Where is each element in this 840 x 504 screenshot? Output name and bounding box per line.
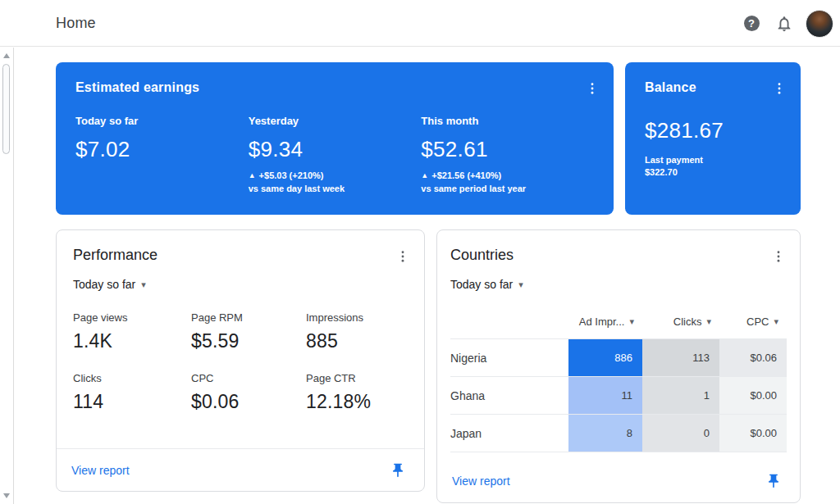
earnings-month-delta-text: +$21.56 (+410%) <box>431 170 501 180</box>
metric-impressions: Impressions 885 <box>306 311 408 352</box>
earnings-yesterday-delta-text: +$5.03 (+210%) <box>259 170 324 180</box>
earnings-yesterday-value: $9.34 <box>249 137 422 162</box>
heatmap-cell-clicks: 113 <box>642 339 719 376</box>
chevron-down-icon: ▾ <box>141 280 146 289</box>
table-row: Ghana 11 1 $0.00 <box>450 377 787 415</box>
earnings-columns: Today so far $7.02 Yesterday $9.34 ▲ +$5… <box>75 115 594 193</box>
left-scrollbar <box>0 48 14 504</box>
scrollbar-thumb[interactable] <box>2 64 10 154</box>
metric-value: 114 <box>73 391 191 413</box>
column-header-cpc[interactable]: CPC ▾ <box>719 316 787 328</box>
heatmap-cell-cpc: $0.00 <box>719 377 787 414</box>
metric-clicks: Clicks 114 <box>73 372 191 413</box>
chevron-down-icon: ▾ <box>518 280 523 289</box>
metric-label: Page CTR <box>306 372 408 384</box>
countries-pin-button[interactable] <box>762 470 785 493</box>
metric-label: CPC <box>191 372 306 384</box>
metric-value: $0.06 <box>191 391 306 413</box>
sort-caret-icon: ▾ <box>629 317 634 326</box>
performance-metrics-grid: Page views 1.4K Page RPM $5.59 Impressio… <box>73 311 408 433</box>
countries-menu-button[interactable] <box>767 245 790 268</box>
earnings-yesterday-column: Yesterday $9.34 ▲ +$5.03 (+210%) vs same… <box>249 115 422 193</box>
performance-date-filter[interactable]: Today so far ▾ <box>73 278 146 291</box>
countries-card: Countries Today so far ▾ Ad Impr... ▾ <box>436 229 801 503</box>
heatmap-cell-ad-impressions: 886 <box>568 339 642 376</box>
help-button[interactable]: ? <box>740 12 763 35</box>
table-row: Japan 8 0 $0.00 <box>450 415 787 452</box>
heatmap-cell-clicks: 0 <box>642 415 719 452</box>
performance-menu-button[interactable] <box>391 245 414 268</box>
page-title: Home <box>56 15 96 32</box>
countries-date-filter-label: Today so far <box>450 278 513 291</box>
summary-cards-row: Estimated earnings Today so far $7.02 Ye… <box>56 62 801 215</box>
kebab-icon <box>771 249 786 264</box>
earnings-month-label: This month <box>421 115 594 127</box>
metric-label: Page RPM <box>191 311 306 324</box>
sort-caret-icon: ▾ <box>774 317 778 326</box>
earnings-today-column: Today so far $7.02 <box>75 115 249 193</box>
countries-date-filter[interactable]: Today so far ▾ <box>450 278 523 291</box>
kebab-icon <box>585 81 600 96</box>
table-row: Nigeria 886 113 $0.06 <box>450 339 787 377</box>
heatmap-cell-cpc: $0.06 <box>719 339 787 376</box>
heatmap-cell-ad-impressions: 8 <box>568 415 642 452</box>
performance-view-report-link[interactable]: View report <box>71 464 130 477</box>
countries-table: Ad Impr... ▾ Clicks ▾ CPC ▾ Nigeria 886 <box>450 305 787 452</box>
earnings-yesterday-delta: ▲ +$5.03 (+210%) <box>249 170 422 180</box>
metric-value: 885 <box>306 330 408 352</box>
metric-page-ctr: Page CTR 12.18% <box>306 372 408 413</box>
scroll-down-arrow-icon[interactable] <box>3 493 10 498</box>
last-payment-label: Last payment <box>645 155 781 165</box>
country-name: Nigeria <box>450 339 568 376</box>
metric-value: 1.4K <box>73 330 191 352</box>
earnings-month-value: $52.61 <box>421 137 594 162</box>
bell-icon <box>775 15 793 33</box>
detail-cards-row: Performance Today so far ▾ Page views 1.… <box>56 229 801 503</box>
metric-cpc: CPC $0.06 <box>191 372 306 413</box>
earnings-today-label: Today so far <box>75 115 249 127</box>
pushpin-icon <box>390 462 406 479</box>
earnings-yesterday-compare: vs same day last week <box>249 184 422 193</box>
estimated-earnings-menu-button[interactable] <box>581 77 604 100</box>
sort-caret-icon: ▾ <box>706 317 711 326</box>
earnings-today-value: $7.02 <box>75 137 249 162</box>
balance-menu-button[interactable] <box>768 77 791 100</box>
help-icon: ? <box>744 16 760 31</box>
performance-card: Performance Today so far ▾ Page views 1.… <box>56 229 425 492</box>
heatmap-cell-ad-impressions: 11 <box>568 377 642 414</box>
earnings-month-delta: ▲ +$21.56 (+410%) <box>421 170 594 180</box>
kebab-icon <box>772 81 787 96</box>
heatmap-cell-cpc: $0.00 <box>719 415 787 452</box>
performance-title: Performance <box>73 247 408 264</box>
header-actions: ? <box>740 0 833 47</box>
scroll-up-arrow-icon[interactable] <box>3 53 10 58</box>
column-header-label: CPC <box>746 316 769 328</box>
performance-pin-button[interactable] <box>386 459 409 482</box>
metric-label: Page views <box>73 311 191 324</box>
countries-view-report-link[interactable]: View report <box>452 474 510 488</box>
earnings-month-column: This month $52.61 ▲ +$21.56 (+410%) vs s… <box>421 115 594 193</box>
metric-label: Clicks <box>73 372 191 384</box>
heatmap-cell-clicks: 1 <box>642 377 719 414</box>
countries-title: Countries <box>450 247 787 264</box>
balance-title: Balance <box>645 80 781 95</box>
countries-table-header: Ad Impr... ▾ Clicks ▾ CPC ▾ <box>450 305 787 339</box>
performance-date-filter-label: Today so far <box>73 278 135 291</box>
metric-page-rpm: Page RPM $5.59 <box>191 311 306 352</box>
avatar[interactable] <box>806 10 833 38</box>
column-header-ad-impressions[interactable]: Ad Impr... ▾ <box>568 316 642 328</box>
increase-arrow-icon: ▲ <box>421 172 428 179</box>
earnings-yesterday-label: Yesterday <box>249 115 422 127</box>
earnings-month-compare: vs same period last year <box>421 184 594 193</box>
metric-label: Impressions <box>306 311 408 324</box>
column-header-clicks[interactable]: Clicks ▾ <box>642 316 719 328</box>
notifications-button[interactable] <box>773 12 796 35</box>
countries-footer: View report <box>437 460 800 502</box>
estimated-earnings-title: Estimated earnings <box>75 80 594 95</box>
balance-value: $281.67 <box>645 118 781 143</box>
main-content: Estimated earnings Today so far $7.02 Ye… <box>56 62 801 503</box>
top-app-bar: Home ? <box>0 0 840 47</box>
column-header-label: Clicks <box>673 316 702 328</box>
last-payment-value: $322.70 <box>645 167 781 177</box>
metric-page-views: Page views 1.4K <box>73 311 191 352</box>
